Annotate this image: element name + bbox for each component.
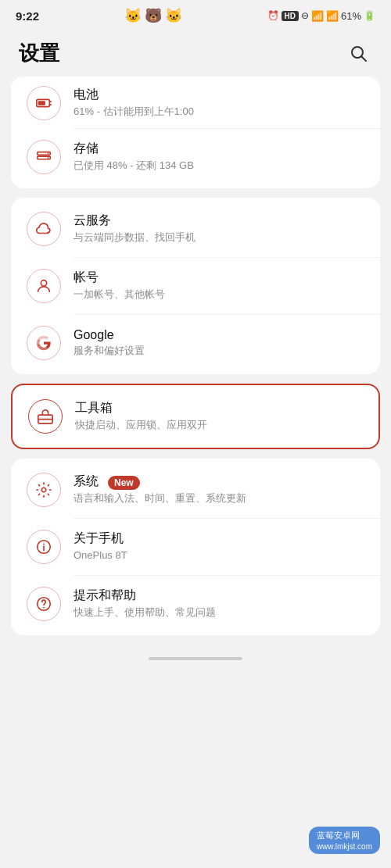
tips-item-title: 提示和帮助 [74,588,364,604]
settings-item-toolbox[interactable]: 工具箱 快捷启动、应用锁、应用双开 [13,388,378,445]
card-accounts: 云服务 与云端同步数据、找回手机 帐号 一加帐号、其他帐号 [11,198,380,374]
system-item-subtitle: 语言和输入法、时间、重置、系统更新 [74,491,364,505]
svg-point-8 [48,153,49,155]
hd-badge: HD [282,11,299,21]
system-item-title: 系统 [74,473,99,490]
settings-item-cloud[interactable]: 云服务 与云端同步数据、找回手机 [11,201,380,257]
settings-item-system[interactable]: 系统 New 语言和输入法、时间、重置、系统更新 [11,462,380,518]
svg-rect-5 [38,101,45,105]
about-item-title: 关于手机 [74,530,364,547]
svg-point-13 [41,488,46,492]
settings-item-account[interactable]: 帐号 一加帐号、其他帐号 [11,258,380,314]
google-icon-circle [27,326,61,360]
search-button[interactable] [344,39,372,67]
about-icon-circle [27,530,61,564]
battery-icon-circle [27,86,61,120]
account-item-subtitle: 一加帐号、其他帐号 [74,288,364,302]
settings-item-battery[interactable]: 电池 61% - 估计能用到上午1:00 [11,80,380,128]
alarm-icon: ⏰ [267,10,279,21]
tips-item-subtitle: 快速上手、使用帮助、常见问题 [74,605,364,620]
storage-item-title: 存储 [74,141,364,157]
card-system: 系统 New 语言和输入法、时间、重置、系统更新 关于手机 OnePlus 8T [11,459,380,635]
status-app-2: 🐻 [145,7,162,24]
battery-setting-icon [35,95,52,112]
system-icon-circle [27,473,61,507]
page-title: 设置 [19,40,59,67]
storage-icon-circle [27,140,61,174]
toolbox-icon [37,408,54,425]
status-time: 9:22 [16,9,39,23]
account-icon-circle [27,269,61,303]
about-item-text: 关于手机 OnePlus 8T [74,530,364,563]
battery-icon: 🔋 [364,10,375,21]
toolbox-item-title: 工具箱 [75,400,363,416]
system-item-text: 系统 New 语言和输入法、时间、重置、系统更新 [74,473,364,505]
settings-item-storage[interactable]: 存储 已使用 48% - 还剩 134 GB [11,129,380,185]
google-item-text: Google 服务和偏好设置 [74,328,364,358]
battery-item-subtitle: 61% - 估计能用到上午1:00 [74,105,364,119]
status-app-1: 🐱 [124,7,142,24]
google-icon [35,334,52,352]
svg-point-9 [48,157,49,159]
toolbox-item-text: 工具箱 快捷启动、应用锁、应用双开 [75,400,363,432]
search-icon [349,44,368,63]
account-item-text: 帐号 一加帐号、其他帐号 [74,270,364,302]
svg-line-1 [362,57,367,62]
system-icon [35,481,52,498]
new-badge: New [108,476,140,490]
tips-item-text: 提示和帮助 快速上手、使用帮助、常见问题 [74,588,364,620]
google-item-subtitle: 服务和偏好设置 [74,344,364,358]
battery-item-text: 电池 61% - 估计能用到上午1:00 [74,87,364,119]
status-right-icons: ⏰ HD ⊖ 📶 📶 61% 🔋 [267,10,375,22]
cloud-item-title: 云服务 [74,213,364,229]
watermark-text: 蓝莓安卓网 [317,830,360,840]
cloud-icon-circle [27,212,61,246]
info-icon [35,538,52,555]
home-indicator-bar [149,657,242,660]
battery-item-title: 电池 [74,87,364,103]
watermark-url: www.lmkjst.com [317,842,372,851]
signal-icon-1: 📶 [311,10,324,22]
cloud-icon [35,220,52,238]
cloud-item-text: 云服务 与云端同步数据、找回手机 [74,213,364,245]
watermark: 蓝莓安卓网 www.lmkjst.com [309,827,380,854]
tips-icon-circle [27,587,61,621]
settings-item-google[interactable]: Google 服务和偏好设置 [11,315,380,371]
card-battery-storage: 电池 61% - 估计能用到上午1:00 存储 已使用 48% - 还剩 134… [11,77,380,188]
bottom-indicator [0,645,391,666]
settings-item-about[interactable]: 关于手机 OnePlus 8T [11,519,380,575]
battery-percent: 61% [341,10,361,22]
toolbox-icon-circle [28,399,63,434]
signal-icon-2: 📶 [326,10,339,22]
minus-icon: ⊖ [301,10,309,21]
svg-point-18 [43,607,45,609]
account-item-title: 帐号 [74,270,364,286]
settings-item-tips[interactable]: 提示和帮助 快速上手、使用帮助、常见问题 [11,576,380,632]
account-icon [35,277,52,295]
status-app-3: 🐱 [165,7,182,24]
cloud-item-subtitle: 与云端同步数据、找回手机 [74,230,364,245]
google-item-title: Google [74,328,364,342]
page-header: 设置 [0,31,391,77]
card-toolbox: 工具箱 快捷启动、应用锁、应用双开 [11,384,380,449]
status-app-icons: 🐱 🐻 🐱 [124,7,182,24]
svg-point-10 [41,280,46,286]
status-bar: 9:22 🐱 🐻 🐱 ⏰ HD ⊖ 📶 📶 61% 🔋 [0,0,391,31]
storage-icon [35,148,52,166]
storage-item-text: 存储 已使用 48% - 还剩 134 GB [74,141,364,173]
help-icon [35,595,52,613]
svg-point-16 [43,543,45,545]
toolbox-item-subtitle: 快捷启动、应用锁、应用双开 [75,418,363,432]
about-item-subtitle: OnePlus 8T [74,548,364,563]
storage-item-subtitle: 已使用 48% - 还剩 134 GB [74,159,364,173]
